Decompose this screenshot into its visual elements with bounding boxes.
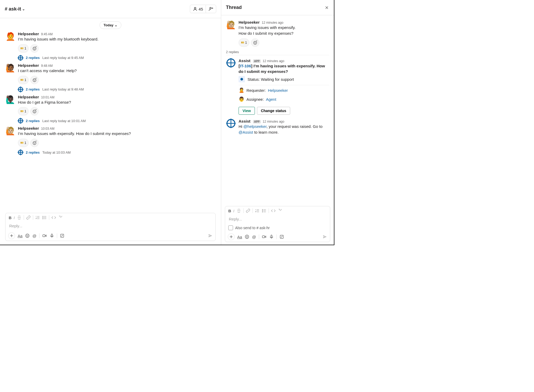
- also-send-row[interactable]: Also send to # ask-hr: [225, 224, 330, 232]
- add-reaction-button[interactable]: [30, 139, 39, 147]
- reaction[interactable]: 🎫1: [18, 139, 29, 147]
- assist-avatar-icon[interactable]: [226, 119, 235, 128]
- reaction[interactable]: 🎫1: [18, 76, 29, 84]
- requester-row: 🙎 Requester: Helpseeker: [239, 85, 329, 95]
- text-format-icon[interactable]: Aa: [18, 234, 22, 238]
- message: 🙋🏾 Helpseeker9:48 AM I can’t access my c…: [0, 61, 221, 92]
- avatar[interactable]: 🙋🏿‍♂️: [5, 95, 15, 105]
- checkbox-icon[interactable]: [228, 225, 233, 230]
- bold-icon[interactable]: B: [9, 215, 12, 220]
- avatar[interactable]: 🧑‍🦰: [5, 32, 15, 42]
- author[interactable]: Helpseeker: [18, 95, 39, 99]
- app-badge: APP: [253, 120, 261, 123]
- send-icon[interactable]: [323, 234, 327, 239]
- thread-composer-input[interactable]: Reply...: [225, 215, 330, 224]
- add-reaction-button[interactable]: [30, 107, 39, 115]
- code-icon[interactable]: [51, 215, 56, 220]
- mic-icon[interactable]: [269, 234, 274, 239]
- ticket-link[interactable]: IT-106: [240, 64, 251, 68]
- assignee-link[interactable]: Agent: [266, 97, 276, 102]
- bullet-list-icon[interactable]: [42, 215, 47, 220]
- add-member-button[interactable]: [206, 5, 216, 13]
- svg-point-24: [254, 42, 255, 42]
- assignee-row: 👨 Assignee: Agent: [239, 96, 329, 104]
- reaction[interactable]: 🎫1: [18, 44, 29, 53]
- add-icon[interactable]: [228, 233, 235, 240]
- reaction[interactable]: 🎫1: [239, 38, 249, 47]
- code-block-icon[interactable]: [278, 208, 283, 213]
- timestamp: 9:48 AM: [41, 64, 53, 68]
- ordered-list-icon[interactable]: [255, 208, 260, 213]
- thread-reply: Assist APP 12 minutes ago [IT-106] I’m h…: [221, 56, 334, 117]
- avatar[interactable]: 🙋🏾: [5, 63, 15, 73]
- svg-rect-32: [262, 236, 265, 238]
- strike-icon[interactable]: [17, 215, 22, 220]
- avatar[interactable]: 🙋🏼: [5, 126, 15, 136]
- author[interactable]: Assist: [239, 119, 250, 123]
- emoji-icon[interactable]: [245, 234, 249, 239]
- assist-icon: [18, 55, 23, 61]
- thread-link[interactable]: 2 replies Last reply today at 10:01 AM: [18, 118, 216, 123]
- chevron-down-icon: ⌄: [115, 23, 117, 27]
- timestamp: 10:01 AM: [41, 96, 55, 99]
- mention[interactable]: @Assist: [239, 130, 253, 134]
- author[interactable]: Helpseeker: [239, 20, 260, 24]
- shortcut-icon[interactable]: [60, 233, 65, 238]
- code-block-icon[interactable]: [58, 215, 63, 220]
- smile-plus-icon: [32, 109, 37, 114]
- author[interactable]: Helpseeker: [18, 32, 39, 36]
- link-icon[interactable]: [246, 208, 250, 213]
- timestamp: 10:03 AM: [41, 127, 55, 130]
- svg-rect-33: [271, 235, 272, 237]
- mic-icon[interactable]: [50, 233, 54, 238]
- video-icon[interactable]: [42, 233, 47, 238]
- mention[interactable]: @helpseeker: [243, 124, 266, 129]
- chevron-down-icon: ⌄: [22, 7, 25, 11]
- ordered-list-icon[interactable]: [35, 215, 40, 220]
- thread-link[interactable]: 2 replies Last reply today at 9:45 AM: [18, 55, 216, 61]
- reaction[interactable]: 🎫1: [18, 107, 29, 115]
- text-format-icon[interactable]: Aa: [237, 235, 242, 239]
- add-reaction-button[interactable]: [251, 38, 259, 47]
- svg-point-15: [43, 217, 43, 218]
- author[interactable]: Assist: [239, 58, 250, 63]
- date-divider[interactable]: Today ⌄: [100, 21, 121, 29]
- author[interactable]: Helpseeker: [18, 126, 39, 130]
- assist-avatar-icon[interactable]: [226, 58, 235, 67]
- change-status-button[interactable]: Change status: [257, 107, 290, 115]
- member-count-button[interactable]: 45: [190, 5, 206, 13]
- svg-point-17: [26, 234, 29, 238]
- strike-icon[interactable]: [236, 208, 241, 213]
- close-icon[interactable]: [324, 5, 329, 10]
- ticket-icon: 🎫: [241, 41, 244, 44]
- bold-icon[interactable]: B: [228, 209, 231, 213]
- add-reaction-button[interactable]: [30, 76, 39, 84]
- send-icon[interactable]: [208, 233, 213, 238]
- avatar[interactable]: 🙋🏼: [226, 20, 236, 30]
- format-toolbar: B I: [6, 213, 215, 222]
- link-icon[interactable]: [26, 215, 31, 220]
- video-icon[interactable]: [262, 234, 266, 239]
- svg-point-1: [210, 7, 211, 9]
- mention-icon[interactable]: @: [32, 234, 36, 238]
- italic-icon[interactable]: I: [14, 215, 15, 220]
- author[interactable]: Helpseeker: [18, 63, 39, 68]
- shortcut-icon[interactable]: [279, 234, 284, 239]
- person-add-icon: [209, 7, 213, 11]
- add-reaction-button[interactable]: [30, 44, 39, 53]
- mention-icon[interactable]: @: [252, 235, 256, 239]
- composer-input[interactable]: Reply...: [6, 222, 215, 231]
- thread-link[interactable]: 2 replies Today at 10:03 AM: [18, 150, 216, 155]
- thread-link[interactable]: 2 replies Last reply today at 9:48 AM: [18, 87, 216, 92]
- message-text: I’m having issues with expensify. How do…: [18, 131, 216, 137]
- requester-link[interactable]: Helpseeker: [268, 88, 288, 93]
- person-emoji-icon: 👨: [239, 96, 244, 102]
- emoji-icon[interactable]: [25, 233, 30, 238]
- code-icon[interactable]: [271, 208, 276, 213]
- italic-icon[interactable]: I: [233, 209, 234, 213]
- channel-name-button[interactable]: # ask-it ⌄: [5, 6, 25, 12]
- bullet-list-icon[interactable]: [262, 208, 266, 213]
- svg-point-28: [262, 212, 263, 212]
- view-button[interactable]: View: [239, 107, 255, 115]
- add-icon[interactable]: [8, 232, 15, 239]
